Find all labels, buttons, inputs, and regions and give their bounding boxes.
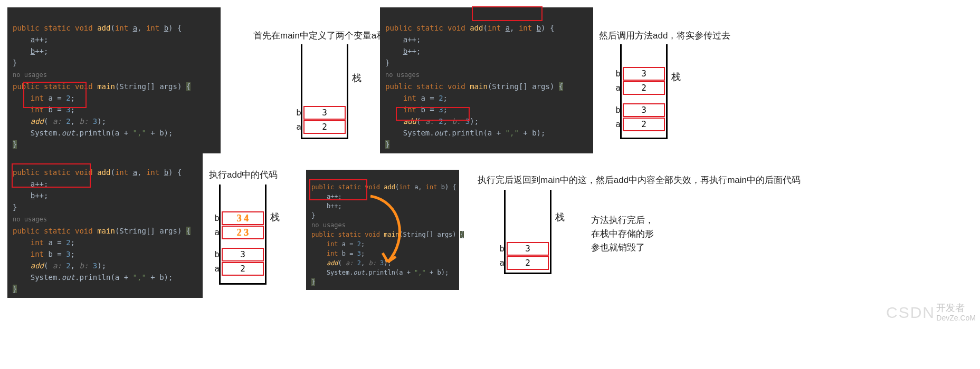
stack-4: 栈 b3 a2 (504, 190, 551, 274)
caption-3: 执行add中的代码 (209, 169, 278, 181)
caption-1: 首先在main中定义了两个变量a和b (253, 30, 391, 42)
code-block-1: public static void add(int a, int b) { a… (7, 7, 221, 153)
stack-2: 栈 b3 a2 b3 a2 (620, 44, 668, 139)
caption-4: 执行完后返回到main中的这，然后add中内容全部失效，再执行main中的后面代… (478, 174, 826, 186)
stack-1: 栈 b3 a2 (301, 44, 348, 139)
watermark-csdn: CSDN (886, 304, 935, 322)
watermark-devze: 开发者 DevZe.CoM (936, 303, 976, 323)
stack-3: 栈 b 3 4 a 2 3 b3 a2 (219, 184, 267, 285)
caption-2: 然后调用方法add，将实参传过去 (599, 30, 730, 42)
code-block-3: public static void add(int a, int b) { a… (7, 152, 203, 298)
code-block-4: public static void add(int a, int b) { a… (306, 170, 459, 290)
caption-5: 方法执行完后，在栈中存储的形参也就销毁了 (591, 213, 660, 255)
code-block-2: public static void add(int a, int b) { a… (380, 7, 593, 153)
